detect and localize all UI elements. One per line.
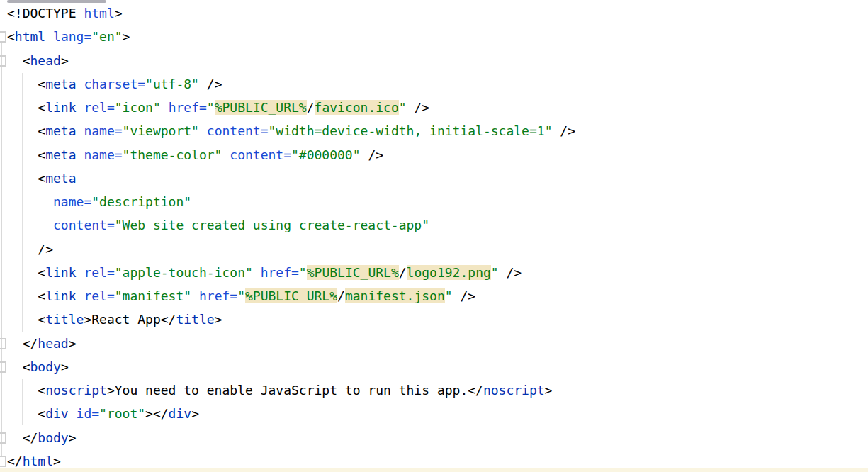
code-token: name= — [53, 194, 91, 209]
code-token: div — [45, 406, 69, 421]
code-token — [77, 288, 84, 303]
code-token: < — [7, 265, 45, 280]
code-token: link — [45, 265, 76, 280]
code-token: title — [45, 312, 84, 327]
code-editor[interactable]: <!DOCTYPE html><html lang="en"> <head> <… — [0, 0, 868, 472]
code-line[interactable]: <link rel="manifest" href="%PUBLIC_URL%/… — [0, 284, 868, 308]
code-token: link — [45, 100, 76, 115]
code-token: /> — [499, 265, 522, 280]
code-token: / — [337, 288, 345, 303]
code-token: " — [237, 288, 245, 303]
code-token: <!DOCTYPE — [7, 6, 84, 21]
code-line[interactable]: <html lang="en"> — [0, 25, 868, 48]
code-token: html — [15, 29, 45, 44]
code-token: "width=device-width, initial-scale=1" — [269, 123, 553, 138]
code-line[interactable]: </head> — [0, 332, 868, 355]
code-token: > — [69, 430, 77, 445]
code-token: >React App</ — [84, 312, 176, 327]
code-token: body — [38, 430, 68, 445]
code-token: > — [61, 53, 69, 68]
code-token: href= — [199, 288, 237, 303]
code-token: < — [7, 147, 45, 162]
code-token — [253, 265, 261, 280]
code-line[interactable]: <body> — [0, 355, 868, 378]
code-token — [222, 147, 230, 162]
code-token: > — [61, 359, 69, 374]
code-token: %PUBLIC_URL% — [307, 265, 399, 280]
code-token: noscript — [45, 383, 107, 398]
code-token: < — [7, 100, 45, 115]
code-token: link — [45, 288, 76, 303]
code-token: > — [123, 29, 130, 44]
code-token: body — [30, 359, 61, 374]
code-token: href= — [261, 265, 299, 280]
code-token: head — [30, 53, 61, 68]
code-line[interactable]: <meta — [0, 167, 868, 190]
code-line[interactable]: content="Web site created using create-r… — [0, 213, 868, 237]
code-token: > — [545, 383, 553, 398]
code-token: < — [7, 406, 45, 421]
code-token: < — [7, 123, 45, 138]
code-token: /> — [361, 147, 384, 162]
code-token: > — [115, 6, 123, 21]
code-line[interactable]: <noscript>You need to enable JavaScript … — [0, 378, 868, 402]
horizontal-scrollbar-thumb[interactable] — [7, 0, 106, 3]
code-token: %PUBLIC_URL% — [245, 288, 337, 303]
code-token — [7, 218, 53, 232]
code-token: noscript — [483, 383, 545, 398]
code-token: "apple-touch-icon" — [115, 265, 253, 280]
code-token: manifest.json — [345, 288, 445, 303]
code-token: </ — [7, 336, 38, 351]
code-token: "manifest" — [115, 288, 191, 303]
code-token: / — [399, 265, 407, 280]
code-token: meta — [45, 147, 76, 162]
code-token: div — [169, 406, 192, 421]
code-token: < — [7, 29, 15, 44]
code-token: < — [7, 312, 45, 327]
code-line[interactable]: name="description" — [0, 190, 868, 213]
code-line[interactable]: <meta charset="utf-8" /> — [0, 72, 868, 96]
code-token: /> — [199, 77, 222, 91]
code-token: meta — [45, 171, 76, 186]
code-line[interactable]: </body> — [0, 426, 868, 449]
code-token: " — [445, 288, 453, 303]
code-token: " — [207, 100, 215, 115]
code-token: "icon" — [115, 100, 161, 115]
code-token: < — [7, 288, 45, 303]
code-token: "#000000" — [291, 147, 361, 162]
code-line[interactable]: <title>React App</title> — [0, 308, 868, 331]
code-line[interactable]: <div id="root"></div> — [0, 402, 868, 425]
code-token — [7, 194, 53, 209]
code-token: lang= — [53, 29, 91, 44]
code-token: %PUBLIC_URL% — [215, 100, 307, 115]
code-token — [69, 406, 77, 421]
code-token — [199, 123, 207, 138]
code-area[interactable]: <!DOCTYPE html><html lang="en"> <head> <… — [0, 1, 868, 472]
code-line[interactable]: <meta name="viewport" content="width=dev… — [0, 119, 868, 142]
code-token: rel= — [84, 288, 114, 303]
code-token — [77, 123, 84, 138]
code-token: title — [176, 312, 214, 327]
code-line[interactable]: <link rel="apple-touch-icon" href="%PUBL… — [0, 261, 868, 284]
code-token: content= — [230, 147, 291, 162]
code-token: < — [7, 53, 30, 68]
code-token: html — [23, 454, 53, 468]
code-token: < — [7, 383, 45, 398]
code-line[interactable]: <!DOCTYPE html> — [0, 1, 868, 25]
code-token: html — [84, 6, 114, 21]
code-token: > — [53, 454, 61, 468]
code-token — [45, 29, 53, 44]
code-token — [77, 147, 84, 162]
code-line[interactable]: /> — [0, 237, 868, 261]
code-token: " — [399, 100, 407, 115]
code-token: /> — [453, 288, 476, 303]
code-token: rel= — [84, 265, 114, 280]
code-line[interactable]: <meta name="theme-color" content="#00000… — [0, 143, 868, 167]
code-token: logo192.png — [407, 265, 491, 280]
code-line[interactable]: <link rel="icon" href="%PUBLIC_URL%/favi… — [0, 96, 868, 119]
code-token: " — [491, 265, 499, 280]
code-line[interactable]: <head> — [0, 49, 868, 72]
code-token: rel= — [84, 100, 114, 115]
code-token: /> — [552, 123, 575, 138]
code-token: < — [7, 359, 30, 374]
